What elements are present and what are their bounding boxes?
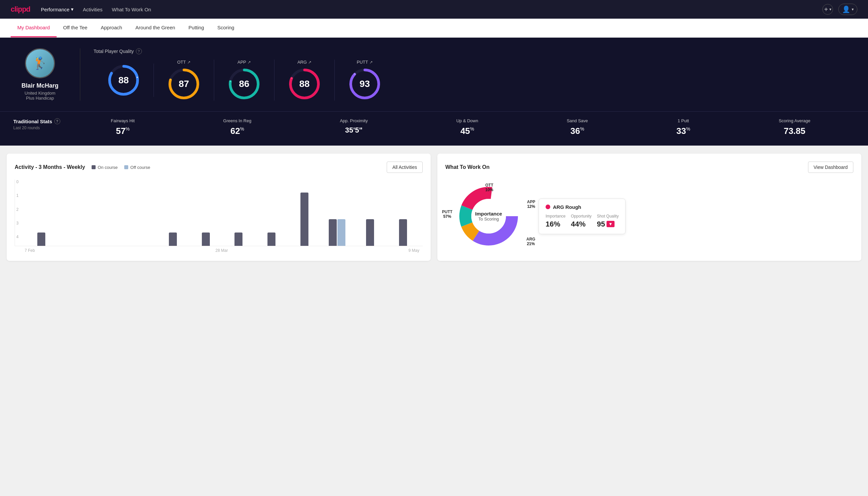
bar-on-course (235, 233, 242, 246)
score-cards: 88 OTT ↗ 87 (94, 60, 855, 100)
bar-group (91, 245, 124, 246)
score-label-ott: OTT ↗ (177, 60, 190, 65)
help-icon[interactable]: ? (136, 48, 142, 54)
gauge-putt: 93 (348, 67, 381, 100)
nav-link-activities[interactable]: Activities (83, 7, 102, 12)
score-value-ott: 87 (178, 79, 189, 89)
legend-off-course: Off course (124, 165, 150, 170)
bar-on-course (399, 219, 407, 246)
bar-group (157, 233, 190, 246)
bar-group (58, 245, 91, 246)
nav-links: Performance ▾ Activities What To Work On (41, 6, 812, 12)
traditional-stats-subtitle: Last 20 rounds (13, 126, 67, 130)
bar-group (354, 219, 387, 246)
arrow-up-icon-putt: ↗ (369, 60, 373, 65)
activity-panel: Activity - 3 Months - Weekly On course O… (7, 154, 431, 261)
bar-on-course (267, 233, 275, 246)
score-value-arg: 88 (299, 79, 310, 89)
score-card-app: APP ↗ 86 (214, 60, 274, 100)
donut-label-arg: ARG 21% (526, 237, 535, 246)
tab-off-the-tee[interactable]: Off the Tee (57, 19, 94, 37)
nav-right-actions: + ▾ 👤 ▾ (822, 4, 857, 15)
bar-group (124, 245, 157, 246)
avatar: 🏌️ (25, 48, 55, 78)
tab-approach[interactable]: Approach (94, 19, 129, 37)
score-card-tpq: 88 (94, 64, 154, 97)
what-to-work-on-header: What To Work On View Dashboard (445, 161, 853, 173)
stat-1-putt: 1 Putt 33% (677, 118, 690, 136)
bar-group (321, 219, 354, 246)
player-info: 🏌️ Blair McHarg United Kingdom Plus Hand… (13, 48, 67, 100)
gauge-arg: 88 (288, 67, 321, 100)
tab-my-dashboard[interactable]: My Dashboard (11, 19, 57, 37)
donut-label-putt: PUTT 57% (442, 210, 452, 219)
total-quality-label: Total Player Quality ? (94, 48, 855, 54)
bar-on-course (329, 219, 337, 246)
app-logo: clippd (11, 5, 30, 14)
nav-link-performance[interactable]: Performance ▾ (41, 6, 74, 12)
score-label-arg: ARG ↗ (297, 60, 312, 65)
score-card-putt: PUTT ↗ 93 (335, 60, 395, 100)
help-icon-stats[interactable]: ? (54, 118, 60, 124)
x-axis: 7 Feb 28 Mar 9 May (15, 246, 423, 253)
bar-on-course (37, 233, 45, 246)
add-button[interactable]: + ▾ (822, 4, 833, 15)
bar-on-course (169, 233, 177, 246)
info-metric-opportunity: Opportunity 44% (571, 214, 591, 229)
user-icon: 👤 (842, 5, 850, 13)
arrow-up-icon-arg: ↗ (308, 60, 312, 65)
player-name: Blair McHarg (21, 82, 58, 89)
y-axis: 43210 (15, 180, 19, 239)
gauge-tpq: 88 (107, 64, 140, 97)
bar-on-course (300, 192, 309, 246)
scores-section: Total Player Quality ? 88 OTT (94, 48, 855, 100)
gauge-app: 86 (227, 67, 261, 100)
info-card-title: ARG Rough (546, 204, 618, 210)
bar-group (222, 233, 255, 246)
avatar-image: 🏌️ (26, 49, 54, 77)
traditional-stats-label: Traditional Stats ? Last 20 rounds (13, 118, 67, 130)
player-handicap: Plus Handicap (26, 96, 54, 100)
stat-sand-save: Sand Save 36% (567, 118, 588, 136)
tab-bar: My Dashboard Off the Tee Approach Around… (0, 19, 868, 37)
what-to-work-on-panel: What To Work On View Dashboard (437, 154, 861, 261)
stat-app-proximity: App. Proximity 35'5" (340, 118, 368, 136)
bar-on-course (366, 219, 374, 246)
score-value-tpq: 88 (118, 75, 129, 86)
score-value-putt: 93 (359, 79, 370, 89)
player-country: United Kingdom (25, 91, 56, 96)
score-value-app: 86 (239, 79, 249, 89)
info-card-dot (546, 204, 550, 209)
top-navigation: clippd Performance ▾ Activities What To … (0, 0, 868, 19)
bar-group (25, 233, 58, 246)
user-menu-button[interactable]: 👤 ▾ (838, 4, 857, 15)
stat-greens-in-reg: Greens In Reg 62% (223, 118, 251, 136)
tab-scoring[interactable]: Scoring (211, 19, 241, 37)
all-activities-button[interactable]: All Activities (387, 161, 423, 173)
info-card-metrics: Importance 16% Opportunity 44% Shot Qual… (546, 214, 618, 229)
activity-panel-title: Activity - 3 Months - Weekly (15, 164, 85, 170)
tab-putting[interactable]: Putting (182, 19, 211, 37)
bar-group (255, 233, 288, 246)
info-metric-importance: Importance 16% (546, 214, 566, 229)
legend-dot-off-course (124, 165, 128, 169)
score-label-app: APP ↗ (237, 60, 251, 65)
view-dashboard-button[interactable]: View Dashboard (808, 161, 853, 173)
shot-quality-badge: ▼ (606, 221, 615, 227)
score-card-ott: OTT ↗ 87 (154, 60, 214, 100)
arrow-up-icon-app: ↗ (248, 60, 251, 65)
donut-center: Importance To Scoring (475, 211, 502, 221)
stat-items: Fairways Hit 57% Greens In Reg 62% App. … (67, 118, 855, 136)
legend-dot-on-course (92, 165, 96, 169)
tab-around-the-green[interactable]: Around the Green (129, 19, 182, 37)
chevron-down-icon: ▾ (71, 6, 74, 12)
bar-group (386, 219, 419, 246)
traditional-stats-title: Traditional Stats ? (13, 118, 67, 124)
arrow-up-icon-ott: ↗ (187, 60, 190, 65)
nav-link-what-to-work-on[interactable]: What To Work On (112, 7, 151, 12)
stat-fairways-hit: Fairways Hit 57% (111, 118, 135, 136)
bar-group (288, 192, 321, 246)
bar-off-course (337, 219, 345, 246)
info-metric-shot-quality: Shot Quality 95 ▼ (597, 214, 618, 229)
stat-up-and-down: Up & Down 45% (456, 118, 478, 136)
